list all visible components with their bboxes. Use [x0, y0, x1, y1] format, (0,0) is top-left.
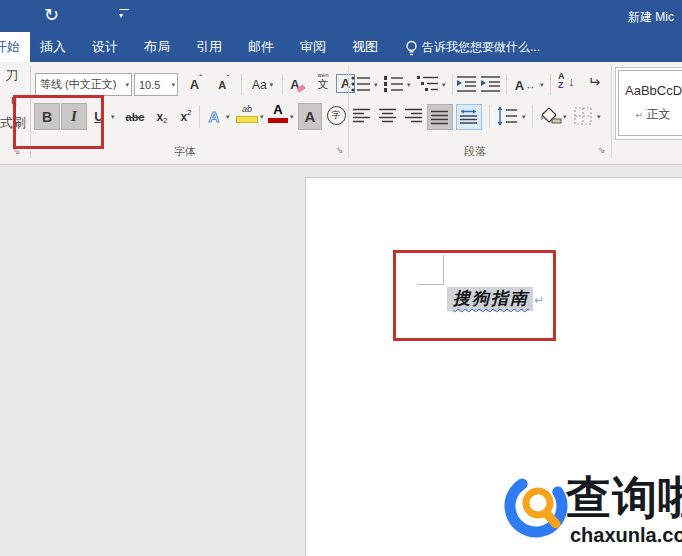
enclose-characters-button[interactable]: 字: [326, 105, 346, 125]
numbered-list-dropdown-icon[interactable]: ▾: [407, 81, 411, 89]
line-spacing-button[interactable]: [496, 106, 518, 130]
show-hide-marks-button[interactable]: ↵: [588, 73, 601, 91]
tab-layout[interactable]: 布局: [140, 32, 174, 62]
ribbon-tab-bar: 开始 插入 设计 布局 引用 邮件 审阅 视图 告诉我您想要做什么...: [0, 32, 682, 62]
styles-gallery: AaBbCcDd ↵ 正文: [615, 67, 682, 140]
borders-icon: [574, 107, 593, 126]
watermark-domain: chaxunla.com: [570, 524, 682, 547]
paragraph-dialog-launcher[interactable]: ⇘: [598, 146, 606, 155]
distributed-button[interactable]: [456, 104, 482, 130]
chaxunla-logo-icon: [502, 474, 574, 542]
font-color-dropdown-icon[interactable]: ▾: [290, 113, 294, 121]
subscript-button[interactable]: x2: [151, 103, 173, 130]
bullet-list-dropdown-icon[interactable]: ▾: [374, 81, 378, 89]
linked-style-mark-icon: ↵: [636, 110, 644, 120]
numbered-list-button[interactable]: [384, 75, 404, 97]
tab-insert[interactable]: 插入: [36, 32, 70, 62]
font-name-dropdown-icon[interactable]: ▾: [123, 81, 131, 89]
tab-references[interactable]: 引用: [192, 32, 226, 62]
borders-button[interactable]: [574, 107, 593, 130]
tab-review[interactable]: 审阅: [296, 32, 330, 62]
lightbulb-icon: [404, 39, 419, 57]
increase-indent-button[interactable]: [481, 75, 501, 97]
font-name-value: 等线 (中文正文): [36, 77, 123, 92]
paint-bucket-icon: [538, 106, 562, 126]
style-item-normal[interactable]: AaBbCcDd ↵ 正文: [618, 70, 682, 136]
multilevel-list-dropdown-icon[interactable]: ▾: [442, 81, 446, 89]
annotation-box-selected-text: [393, 250, 556, 341]
style-preview-text: AaBbCcDd: [619, 83, 682, 98]
align-center-button[interactable]: [379, 108, 397, 127]
caret-down-icon: ˇ: [226, 74, 229, 85]
tab-mailings[interactable]: 邮件: [244, 32, 278, 62]
paragraph-group-label: 段落: [440, 144, 510, 159]
tab-home[interactable]: 开始: [0, 32, 30, 62]
increase-indent-icon: [481, 75, 501, 93]
shading-button[interactable]: [538, 106, 562, 130]
sort-arrow-icon: ↓: [568, 74, 575, 89]
line-spacing-dropdown-icon[interactable]: ▾: [522, 113, 526, 121]
clipboard-cut-fragment[interactable]: 刀: [5, 67, 18, 85]
font-dialog-launcher[interactable]: ⇘: [336, 146, 344, 155]
shading-dropdown-icon[interactable]: ▾: [563, 113, 567, 121]
align-left-icon: [353, 108, 371, 123]
text-effects-button[interactable]: A: [203, 103, 225, 130]
font-color-red-bar: [268, 118, 288, 123]
multilevel-list-icon: [417, 75, 439, 93]
bullet-list-icon: [351, 75, 371, 93]
underline-dropdown-icon[interactable]: ▾: [111, 113, 115, 121]
change-case-button[interactable]: Aa ▾: [246, 74, 279, 95]
numbered-list-icon: [384, 75, 404, 93]
undo-button[interactable]: ↻: [44, 4, 59, 26]
caret-up-icon: ˆ: [199, 74, 202, 85]
asian-layout-button[interactable]: A ↔: [512, 74, 538, 96]
borders-dropdown-icon[interactable]: ▾: [597, 113, 601, 121]
font-size-dropdown-icon[interactable]: ▾: [169, 81, 177, 89]
watermark-brand: 查询啦: [566, 468, 682, 528]
shrink-font-button[interactable]: Aˇ: [212, 74, 236, 95]
highlight-dropdown-icon[interactable]: ▾: [260, 113, 264, 121]
title-bar: ↻ ▾ 新建 Mic: [0, 0, 682, 32]
superscript-button[interactable]: x2: [175, 103, 197, 130]
bullet-list-button[interactable]: [351, 75, 371, 97]
customize-quick-access-button[interactable]: ▾: [119, 11, 123, 20]
font-name-combo[interactable]: 等线 (中文正文) ▾: [35, 73, 132, 96]
decrease-indent-icon: [457, 75, 477, 93]
character-shading-button[interactable]: A: [298, 103, 322, 130]
tab-design[interactable]: 设计: [88, 32, 122, 62]
tell-me-box[interactable]: 告诉我您想要做什么...: [422, 32, 562, 62]
align-center-icon: [379, 108, 397, 123]
font-color-button[interactable]: A: [268, 102, 288, 123]
justify-icon: [431, 110, 449, 125]
font-group-label: 字体: [150, 144, 220, 159]
clear-formatting-button[interactable]: A: [286, 74, 309, 95]
align-left-button[interactable]: [353, 108, 371, 127]
strikethrough-button[interactable]: abc: [121, 103, 149, 130]
align-right-button[interactable]: [405, 108, 423, 127]
tab-view[interactable]: 视图: [348, 32, 382, 62]
line-spacing-icon: [496, 106, 518, 126]
annotation-box-bold-italic: [13, 95, 104, 149]
highlight-yellow-bar: [236, 116, 258, 123]
asian-layout-dropdown-icon[interactable]: ▾: [540, 81, 544, 89]
font-size-value: 10.5: [135, 79, 169, 91]
grow-font-button[interactable]: Aˆ: [184, 74, 208, 95]
style-name: 正文: [646, 107, 670, 121]
change-case-dropdown-icon: ▾: [270, 81, 274, 89]
highlight-color-button[interactable]: ab: [236, 104, 258, 123]
window-title: 新建 Mic: [628, 9, 674, 26]
scale-arrow-icon: ↔: [525, 80, 535, 91]
distributed-icon: [460, 109, 478, 125]
justify-button[interactable]: [427, 104, 453, 130]
multilevel-list-button[interactable]: [417, 75, 439, 97]
text-effects-dropdown-icon[interactable]: ▾: [226, 113, 230, 121]
phonetic-guide-button[interactable]: wén 文: [312, 72, 334, 90]
decrease-indent-button[interactable]: [457, 75, 477, 97]
align-right-icon: [405, 108, 423, 123]
font-size-combo[interactable]: 10.5 ▾: [134, 73, 178, 96]
